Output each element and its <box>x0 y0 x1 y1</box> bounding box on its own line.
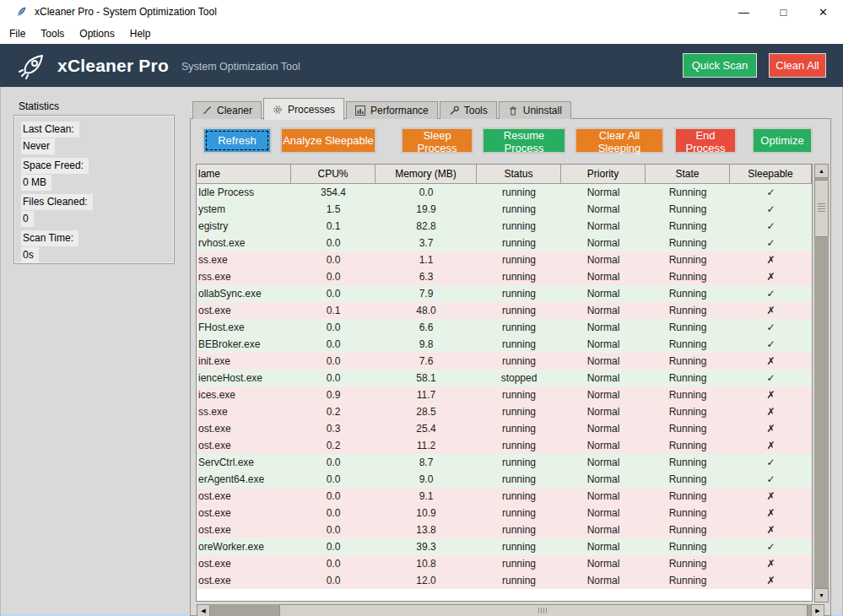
trash-icon <box>508 105 518 116</box>
vertical-scrollbar[interactable]: ▲ ▼ <box>814 164 829 602</box>
table-row[interactable]: ss.exe0.228.5runningNormalRunning✗ <box>197 403 812 420</box>
column-header-2[interactable]: Memory (MB) <box>376 165 477 184</box>
table-row[interactable]: BEBroker.exe0.09.8runningNormalRunning✓ <box>197 336 812 353</box>
cell-sleepable: ✓ <box>730 288 812 300</box>
table-row[interactable]: ost.exe0.013.8runningNormalRunning✗ <box>197 521 812 538</box>
horizontal-scrollbar[interactable]: ◀ ▶ <box>197 604 824 616</box>
chart-icon <box>355 105 365 116</box>
tab-label: Uninstall <box>523 105 562 116</box>
cell-status: running <box>477 473 561 485</box>
cell-cpu: 0.0 <box>291 507 376 519</box>
table-row[interactable]: ienceHost.exe0.058.1stoppedNormalRunning… <box>197 370 812 386</box>
cell-status: running <box>477 355 561 367</box>
cell-name: erAgent64.exe <box>197 473 291 485</box>
cell-name: ost.exe <box>197 524 291 536</box>
column-header-4[interactable]: Priority <box>561 165 646 184</box>
tab-cleaner[interactable]: Cleaner <box>192 101 262 119</box>
window-title: xCleaner Pro - System Optimization Tool <box>35 6 217 18</box>
cell-priority: Normal <box>561 220 646 232</box>
table-row[interactable]: FHost.exe0.06.6runningNormalRunning✓ <box>197 319 812 336</box>
scroll-right-icon[interactable]: ▶ <box>811 604 824 616</box>
table-row[interactable]: ollabSync.exe0.07.9runningNormalRunning✓ <box>197 285 812 302</box>
cell-state: Running <box>646 237 730 249</box>
table-row[interactable]: init.exe0.07.6runningNormalRunning✗ <box>197 353 812 370</box>
table-row[interactable]: ost.exe0.09.1runningNormalRunning✗ <box>197 488 812 505</box>
quick-scan-button[interactable]: Quick Scan <box>683 53 757 78</box>
table-row[interactable]: ices.exe0.911.7runningNormalRunning✗ <box>197 386 812 403</box>
tab-label: Performance <box>370 105 429 116</box>
cell-state: Running <box>646 389 730 401</box>
refresh-button[interactable]: Refresh <box>203 127 272 154</box>
scroll-left-icon[interactable]: ◀ <box>197 604 210 616</box>
cell-priority: Normal <box>561 203 646 215</box>
menu-options[interactable]: Options <box>72 28 122 40</box>
table-row[interactable]: ost.exe0.012.0runningNormalRunning✗ <box>197 572 812 589</box>
menu-file[interactable]: File <box>2 28 33 40</box>
toolbar: RefreshAnalyze SleepableSleep ProcessRes… <box>203 127 813 154</box>
table-row[interactable]: ServCtrl.exe0.08.7runningNormalRunning✓ <box>197 454 812 471</box>
sleep-process-button[interactable]: Sleep Process <box>401 127 473 154</box>
cell-cpu: 0.0 <box>291 355 376 367</box>
vertical-scrollbar-thumb[interactable] <box>814 180 829 237</box>
table-row[interactable]: ss.exe0.01.1runningNormalRunning✗ <box>197 251 812 268</box>
column-header-3[interactable]: Status <box>477 165 561 184</box>
cell-priority: Normal <box>561 575 646 586</box>
horizontal-scrollbar-thumb[interactable] <box>279 604 808 616</box>
tab-performance[interactable]: Performance <box>346 101 438 119</box>
table-row[interactable]: ost.exe0.148.0runningNormalRunning✗ <box>197 302 812 319</box>
table-row[interactable]: ystem1.519.9runningNormalRunning✓ <box>197 201 812 218</box>
cell-state: Running <box>646 355 730 367</box>
cell-status: running <box>477 237 561 249</box>
tab-processes[interactable]: Processes <box>263 98 344 120</box>
optimize-button[interactable]: Optimize <box>752 127 813 154</box>
cell-memory: 11.7 <box>376 389 477 401</box>
stat-value: 0 <box>21 211 34 227</box>
maximize-button[interactable]: □ <box>764 0 803 24</box>
table-row[interactable]: ost.exe0.010.8runningNormalRunning✗ <box>197 555 812 572</box>
scroll-up-icon[interactable]: ▲ <box>814 164 829 178</box>
column-header-6[interactable]: Sleepable <box>730 165 812 184</box>
clean-all-button[interactable]: Clean All <box>769 53 826 78</box>
cell-priority: Normal <box>561 558 646 570</box>
cell-priority: Normal <box>561 322 646 333</box>
table-row[interactable]: rvhost.exe0.03.7runningNormalRunning✓ <box>197 235 812 251</box>
table-row[interactable]: ost.exe0.325.4runningNormalRunning✗ <box>197 420 812 437</box>
end-process-button[interactable]: End Process <box>674 127 737 154</box>
close-button[interactable]: ✕ <box>803 0 843 24</box>
tab-uninstall[interactable]: Uninstall <box>499 101 571 119</box>
table-row[interactable]: Idle Process354.40.0runningNormalRunning… <box>197 184 812 201</box>
table-row[interactable]: egistry0.182.8runningNormalRunning✓ <box>197 218 812 235</box>
stat-label: Scan Time: <box>21 230 78 246</box>
stat-value: Never <box>21 138 55 154</box>
tab-label: Tools <box>464 105 488 116</box>
table-row[interactable]: oreWorker.exe0.039.3runningNormalRunning… <box>197 538 812 555</box>
cell-sleepable: ✗ <box>730 575 812 586</box>
cell-state: Running <box>646 524 730 536</box>
cell-cpu: 0.0 <box>291 457 376 468</box>
cell-sleepable: ✓ <box>730 203 812 215</box>
cell-cpu: 0.0 <box>291 541 376 553</box>
cell-name: ost.exe <box>197 507 291 519</box>
minimize-button[interactable]: — <box>724 0 764 24</box>
cell-status: running <box>477 558 561 570</box>
table-row[interactable]: rss.exe0.06.3runningNormalRunning✗ <box>197 268 812 285</box>
menu-help[interactable]: Help <box>122 28 159 40</box>
cell-memory: 39.3 <box>376 541 477 553</box>
resume-process-button[interactable]: Resume Process <box>482 127 566 154</box>
scroll-down-icon[interactable]: ▼ <box>814 588 829 602</box>
column-header-1[interactable]: CPU% <box>291 165 376 184</box>
cell-priority: Normal <box>561 507 646 519</box>
column-header-5[interactable]: State <box>646 165 730 184</box>
rocket-icon <box>17 51 47 81</box>
table-row[interactable]: erAgent64.exe0.09.0runningNormalRunning✓ <box>197 471 812 488</box>
app-feather-icon <box>15 6 27 18</box>
menu-tools[interactable]: Tools <box>33 28 72 40</box>
table-row[interactable]: ost.exe0.211.2runningNormalRunning✗ <box>197 437 812 454</box>
brush-icon <box>202 105 212 116</box>
analyze-sleepable-button[interactable]: Analyze Sleepable <box>280 127 376 154</box>
clear-all-sleeping-button[interactable]: Clear All Sleeping <box>575 127 664 154</box>
column-header-0[interactable]: lame <box>197 165 291 184</box>
tab-tools[interactable]: Tools <box>440 101 497 119</box>
table-row[interactable]: ost.exe0.010.9runningNormalRunning✗ <box>197 505 812 521</box>
titlebar[interactable]: xCleaner Pro - System Optimization Tool … <box>0 0 843 24</box>
